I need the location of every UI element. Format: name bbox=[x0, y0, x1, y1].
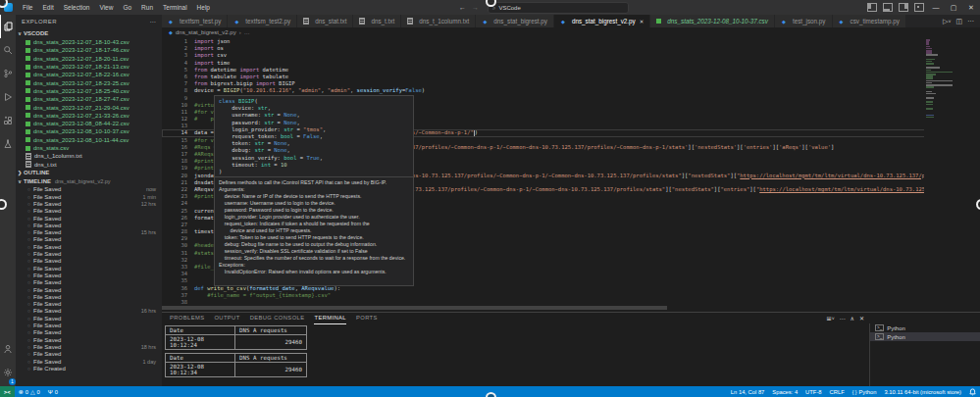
back-arrow-icon[interactable]: ← bbox=[459, 4, 466, 11]
menu-go[interactable]: Go bbox=[118, 0, 136, 15]
toggle-secondary-sidebar-icon[interactable] bbox=[899, 3, 908, 12]
scrollbar-thumb[interactable] bbox=[162, 306, 667, 310]
search-sidebar-icon[interactable] bbox=[0, 38, 16, 62]
maximize-button[interactable]: ▢ bbox=[945, 0, 962, 15]
timeline-item[interactable]: ○File Saved bbox=[16, 279, 162, 286]
timeline-item[interactable]: ○File Saved16 hrs bbox=[16, 308, 162, 315]
section-timeline[interactable]: ∨ TIMELINE dns_stat_bigrest_v2.py bbox=[16, 177, 162, 186]
minimap[interactable] bbox=[924, 36, 954, 315]
cursor-position[interactable]: Ln 14, Col 87 bbox=[727, 389, 768, 395]
panel-tab-problems[interactable]: PROBLEMS bbox=[170, 313, 204, 323]
timeline-item[interactable]: ○File Saved bbox=[16, 329, 162, 336]
settings-gear-icon[interactable]: 1 bbox=[0, 361, 16, 384]
sidebar-more-icon[interactable]: ⋯ bbox=[150, 18, 156, 25]
tab-textfsm_test2.py[interactable]: textfsm_test2.py bbox=[228, 15, 297, 27]
file-item[interactable]: dns_stats_2023-12-08_10-11-44.csv bbox=[16, 136, 162, 144]
timeline-item[interactable]: ○File Saved1 day bbox=[16, 358, 162, 365]
timeline-item[interactable]: ○File Saved bbox=[16, 272, 162, 278]
tab-textfsm_test.py[interactable]: textfsm_test.py bbox=[162, 15, 228, 27]
menu-edit[interactable]: Edit bbox=[37, 0, 58, 15]
file-item[interactable]: dns_stats_2023-12-07_18-22-16.csv bbox=[16, 71, 162, 78]
timeline-item[interactable]: ○File Saved12 hrs bbox=[16, 200, 162, 207]
file-item[interactable]: dns_stats_2023-12-07_18-27-47.csv bbox=[16, 95, 162, 103]
file-item[interactable]: dns_stats.csv bbox=[16, 144, 162, 152]
forward-arrow-icon[interactable]: → bbox=[472, 4, 479, 11]
file-item[interactable]: dns_stats_2023-12-08_08-44-22.csv bbox=[16, 120, 162, 127]
timeline-item[interactable]: ○File Saved18 hrs bbox=[16, 343, 162, 350]
file-item[interactable]: dns_stats_2023-12-07_18-20-11.csv bbox=[16, 55, 162, 63]
code-line[interactable]: 4import time bbox=[162, 60, 924, 67]
python-interpreter[interactable]: 3.10.11 64-bit (microsoft store) bbox=[880, 389, 965, 395]
timeline-item[interactable]: ○File Saved1 min bbox=[16, 193, 162, 200]
panel-tab-debug-console[interactable]: DEBUG CONSOLE bbox=[250, 313, 305, 323]
file-item[interactable]: dns_stats_2023-12-07_18-23-25.csv bbox=[16, 78, 162, 86]
menu-file[interactable]: File bbox=[18, 0, 37, 15]
panel-more-icon[interactable]: ⋯ bbox=[840, 315, 846, 322]
editor-more-icon[interactable]: ⋯ bbox=[967, 18, 974, 25]
code-line[interactable]: 2import os bbox=[162, 45, 924, 52]
menu-terminal[interactable]: Terminal bbox=[158, 0, 192, 15]
terminal-instance[interactable]: >_Python bbox=[870, 332, 980, 341]
horizontal-scrollbar[interactable] bbox=[162, 306, 924, 311]
timeline-item[interactable]: ○File Saved bbox=[16, 336, 162, 343]
accounts-icon[interactable] bbox=[0, 337, 16, 361]
tab-close-icon[interactable]: ✕ bbox=[640, 19, 645, 25]
timeline-item[interactable]: ○File Saved bbox=[16, 208, 162, 215]
split-editor-icon[interactable]: ◫ bbox=[955, 18, 962, 25]
explorer-icon[interactable] bbox=[0, 15, 17, 38]
timeline-item[interactable]: ○File Savednow bbox=[16, 186, 162, 193]
launch-profile-icon[interactable]: ⊞˅ bbox=[827, 315, 835, 322]
tab-csv_timestamp.py[interactable]: csv_timestamp.py bbox=[833, 15, 906, 27]
code-line[interactable]: 7from bigrest.bigip import BIGIP bbox=[162, 80, 924, 87]
file-item[interactable]: dns_stats_2023-12-07_18-10-43.csv bbox=[16, 38, 162, 46]
timeline-item[interactable]: ○File Saved bbox=[16, 243, 162, 250]
file-item[interactable]: dns_stats_2023-12-07_18-25-40.csv bbox=[16, 87, 162, 95]
code-line[interactable]: 37 #file_name = f"output_{timestamp}.csv… bbox=[162, 292, 924, 299]
timeline-item[interactable]: ○File Saved bbox=[16, 322, 162, 328]
menu-selection[interactable]: Selection bbox=[59, 0, 95, 15]
section-outline[interactable]: ❯ OUTLINE bbox=[16, 169, 162, 177]
code-line[interactable]: 5from datetime import datetime bbox=[162, 67, 924, 74]
testing-icon[interactable] bbox=[0, 132, 16, 156]
problems-indicator[interactable]: ⊗ 0 △ 0 bbox=[15, 388, 44, 395]
eol-sequence[interactable]: CRLF bbox=[826, 389, 849, 395]
indentation[interactable]: Spaces: 4 bbox=[768, 389, 801, 395]
tab-dns_t.txt[interactable]: dns_t.txt bbox=[353, 15, 401, 27]
tab-dns_t_1column.txt[interactable]: dns_t_1column.txt bbox=[401, 15, 476, 27]
timeline-item[interactable]: ○File Saved bbox=[16, 315, 162, 322]
terminal-instance[interactable]: >_Python bbox=[870, 323, 980, 332]
tab-dns_stat_bigrest.py[interactable]: dns_stat_bigrest.py bbox=[476, 15, 554, 27]
timeline-item[interactable]: ○File Created bbox=[16, 365, 162, 372]
timeline-item[interactable]: ○File Saved bbox=[16, 258, 162, 265]
menu-run[interactable]: Run bbox=[136, 0, 158, 15]
file-item[interactable]: dns_stats_2023-12-07_21-33-26.csv bbox=[16, 112, 162, 120]
toggle-panel-icon[interactable] bbox=[883, 3, 893, 12]
timeline-item[interactable]: ○File Saved bbox=[16, 250, 162, 257]
extensions-icon[interactable] bbox=[0, 109, 16, 132]
run-debug-icon[interactable] bbox=[0, 85, 16, 109]
minimize-button[interactable]: — bbox=[927, 0, 945, 15]
timeline-item[interactable]: ○File Saved bbox=[16, 236, 162, 243]
tab-dns_stat.txt[interactable]: dns_stat.txt bbox=[297, 15, 353, 27]
file-item[interactable]: dns_t_1column.txt bbox=[16, 152, 162, 160]
remote-indicator[interactable]: >< bbox=[0, 386, 15, 397]
code-line[interactable]: 1import json bbox=[162, 38, 924, 45]
timeline-item[interactable]: ○File Saved bbox=[16, 293, 162, 300]
tab-dns_stats_2023-12-08_10-10-37.csv[interactable]: dns_stats_2023-12-08_10-10-37.csv bbox=[650, 15, 775, 27]
toggle-sidebar-icon[interactable] bbox=[867, 3, 877, 12]
timeline-item[interactable]: ○File Saved bbox=[16, 222, 162, 228]
panel-tab-ports[interactable]: PORTS bbox=[356, 313, 378, 323]
code-line[interactable]: 3import csv bbox=[162, 52, 924, 59]
command-center-search[interactable]: ⌕ VSCode bbox=[488, 2, 629, 14]
terminal-output[interactable]: DateDNS A requests2023-12-08 10:12:24294… bbox=[165, 324, 868, 387]
panel-tab-terminal[interactable]: TERMINAL bbox=[314, 313, 346, 324]
code-line[interactable]: 8device = BIGIP("10.201.61.216", "admin"… bbox=[162, 87, 924, 94]
source-control-icon[interactable] bbox=[0, 62, 16, 85]
encoding[interactable]: UTF-8 bbox=[801, 389, 825, 395]
run-python-icon[interactable]: ▷˅ bbox=[943, 18, 951, 25]
close-button[interactable]: ✕ bbox=[962, 0, 980, 15]
file-item[interactable]: dns_stats_2023-12-07_18-21-13.csv bbox=[16, 63, 162, 71]
tab-dns_stat_bigrest_v2.py[interactable]: dns_stat_bigrest_v2.py✕ bbox=[554, 15, 650, 27]
file-item[interactable]: dns_stats_2023-12-08_10-10-37.csv bbox=[16, 127, 162, 135]
menu-view[interactable]: View bbox=[94, 0, 118, 15]
